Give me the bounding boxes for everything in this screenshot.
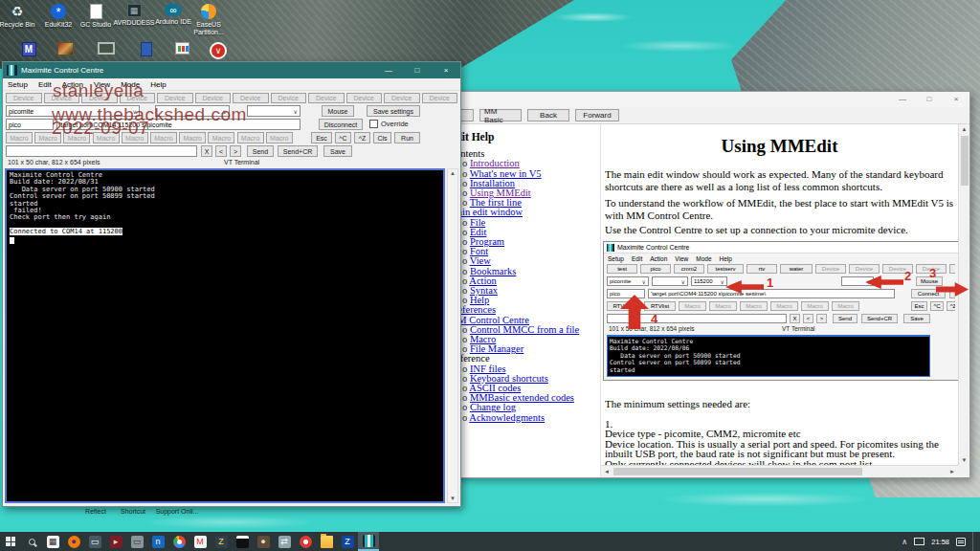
desktop-icon-recycle-bin[interactable]: ♻Recycle Bin: [0, 4, 38, 29]
menu-setup[interactable]: Setup: [8, 80, 28, 89]
start-button[interactable]: [0, 532, 21, 551]
desktop-icon-artwork[interactable]: [44, 42, 86, 55]
device-profile-button[interactable]: Device: [120, 93, 156, 103]
terminal-scrollbar[interactable]: ▲ ▼: [447, 168, 458, 503]
command-input[interactable]: [6, 145, 197, 157]
gimp-icon[interactable]: ●: [253, 532, 274, 551]
menu-view[interactable]: View: [94, 80, 110, 89]
back-button[interactable]: Back: [527, 109, 569, 121]
help-maximize-button[interactable]: □: [916, 92, 943, 107]
device-profile-button[interactable]: Device: [384, 93, 420, 103]
show-desktop-button[interactable]: [972, 532, 976, 551]
macro-button[interactable]: Macro: [266, 132, 293, 143]
help-titlebar[interactable]: MMEdit Help — □ ×: [412, 92, 969, 107]
x-button[interactable]: X: [201, 145, 212, 157]
media-player-icon[interactable]: ▸: [105, 532, 126, 551]
toc-link[interactable]: Acknowledgments: [469, 412, 545, 423]
menu-edit[interactable]: Edit: [38, 80, 52, 89]
chrome-icon[interactable]: [168, 532, 189, 551]
device-profile-button[interactable]: Device: [422, 93, 458, 103]
cmd-icon[interactable]: [232, 532, 253, 551]
connect-string-field[interactable]: 'target port\COM14:115200 s\picomite: [56, 119, 301, 130]
mcc-taskbar-icon[interactable]: [358, 532, 379, 551]
profile-name-field[interactable]: pico: [6, 119, 54, 130]
device-profile-button[interactable]: Device: [44, 93, 80, 103]
tray-expand-icon[interactable]: ∧: [902, 538, 907, 546]
mcc-maximize-button[interactable]: □: [405, 62, 430, 78]
vertical-scroll-thumb[interactable]: [961, 136, 969, 186]
scroll-down-icon[interactable]: ▼: [450, 496, 456, 501]
ctrl-c-button[interactable]: ^C: [335, 132, 351, 143]
desktop-icon-anydesk[interactable]: ∨: [197, 42, 239, 59]
opera-icon[interactable]: [295, 532, 316, 551]
blank-combo[interactable]: ∨: [155, 105, 230, 117]
macro-button[interactable]: Macro: [34, 132, 61, 143]
help-horizontal-scrollbar[interactable]: ◄ ►: [601, 465, 958, 477]
mm-basic-button[interactable]: MM Basic: [479, 109, 522, 121]
send-cr-button[interactable]: Send+CR: [278, 145, 318, 157]
mouse-button[interactable]: Mouse: [322, 105, 354, 117]
device-profile-button[interactable]: Device: [346, 93, 383, 103]
scroll-right-icon[interactable]: ►: [949, 469, 955, 474]
scroll-up-icon[interactable]: ▲: [962, 126, 968, 132]
com-port-combo[interactable]: ∨: [247, 105, 301, 117]
help-close-button[interactable]: ×: [943, 92, 969, 107]
putty-icon[interactable]: Z: [211, 532, 232, 551]
macro-button[interactable]: Macro: [150, 132, 177, 143]
device-profile-button[interactable]: Device: [6, 93, 42, 103]
vnc-viewer-icon[interactable]: ▭: [126, 532, 147, 551]
help-minimize-button[interactable]: —: [889, 92, 916, 107]
menu-help[interactable]: Help: [150, 80, 166, 89]
device-profile-button[interactable]: Device: [233, 93, 269, 103]
macro-button[interactable]: Macro: [179, 132, 206, 143]
desktop-icon-avrdudess[interactable]: ▦AVRDUDESS: [113, 4, 155, 27]
save-settings-button[interactable]: Save settings: [367, 105, 420, 117]
store-icon[interactable]: M: [189, 532, 211, 551]
notepadpp-icon[interactable]: n: [147, 532, 168, 551]
mcc-close-button[interactable]: ×: [434, 62, 458, 78]
cls-button[interactable]: Cls: [373, 132, 391, 143]
ctrl-z-button[interactable]: ^Z: [354, 132, 370, 143]
device-profile-button[interactable]: Device: [195, 93, 232, 103]
esc-button[interactable]: Esc: [311, 132, 332, 143]
file-explorer-icon[interactable]: [316, 532, 337, 551]
scroll-left-icon[interactable]: ◄: [604, 469, 610, 474]
disconnect-button[interactable]: Disconnect: [319, 119, 363, 130]
macro-button[interactable]: Macro: [208, 132, 234, 143]
desktop-icon-easeus-partition[interactable]: EaseUS Partition...: [188, 4, 230, 36]
menu-action[interactable]: Action: [62, 80, 83, 89]
macro-button[interactable]: Macro: [237, 132, 264, 143]
device-type-combo[interactable]: picomite∨: [6, 105, 140, 117]
display-tray-icon[interactable]: [914, 538, 924, 545]
desktop-icon-edukit32[interactable]: *EduKit32: [37, 4, 79, 29]
device-profile-button[interactable]: Device: [308, 93, 345, 103]
macro-button[interactable]: Macro: [63, 132, 90, 143]
desktop-icon-screenshot-viewer[interactable]: [85, 42, 127, 55]
prev-button[interactable]: <: [215, 145, 227, 157]
remote-desktop-icon[interactable]: ▭: [84, 532, 105, 551]
firefox-icon[interactable]: ●: [63, 532, 84, 551]
horizontal-scroll-thumb[interactable]: [613, 468, 862, 475]
device-profile-button[interactable]: Device: [157, 93, 193, 103]
macro-button[interactable]: Macro: [122, 132, 148, 143]
scroll-up-icon[interactable]: ▲: [450, 170, 456, 176]
send-button[interactable]: Send: [247, 145, 274, 157]
task-view-icon[interactable]: ▦: [42, 532, 63, 551]
run-button[interactable]: Run: [394, 132, 420, 143]
forward-button[interactable]: Forward: [575, 109, 619, 121]
macro-button[interactable]: Macro: [6, 132, 33, 143]
action-center-icon[interactable]: [956, 538, 966, 546]
mcc-titlebar[interactable]: Maximite Control Centre — □ ×: [3, 62, 460, 78]
device-profile-button[interactable]: Device: [271, 93, 307, 103]
desktop-icon-gc-studio[interactable]: GC Studio: [75, 4, 117, 29]
menu-mode[interactable]: Mode: [121, 80, 140, 89]
save-button[interactable]: Save: [323, 145, 352, 157]
taskbar-clock[interactable]: 21:58: [931, 538, 949, 546]
macro-button[interactable]: Macro: [93, 132, 120, 143]
terminal-blue-icon[interactable]: Z: [337, 532, 358, 551]
scroll-down-icon[interactable]: ▼: [962, 457, 968, 463]
teamviewer-icon[interactable]: ⇄: [274, 532, 295, 551]
mcc-minimize-button[interactable]: —: [376, 62, 401, 78]
taskbar-search-button[interactable]: [21, 532, 42, 551]
device-profile-button[interactable]: Device: [81, 93, 118, 103]
